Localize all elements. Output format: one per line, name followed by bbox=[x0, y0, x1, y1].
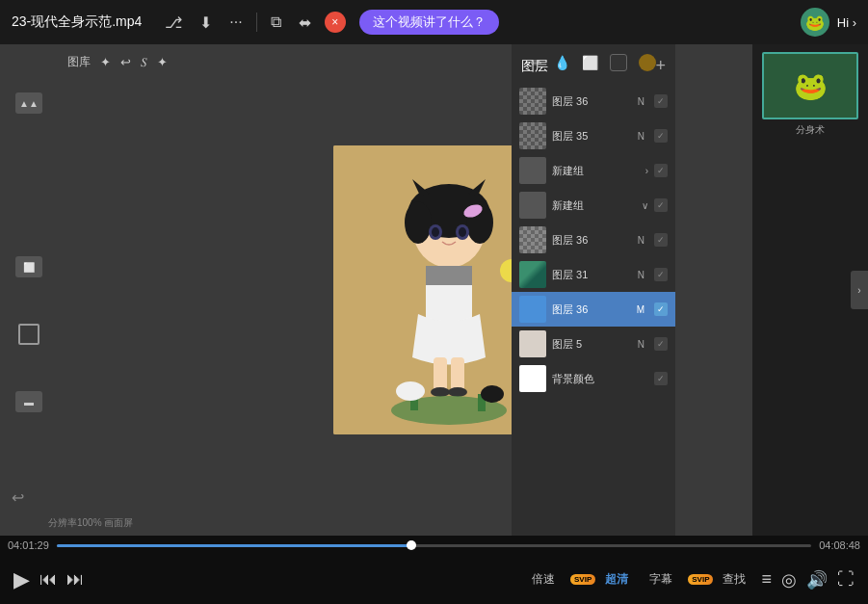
avatar: 🐸 bbox=[801, 8, 829, 37]
layer-item-active[interactable]: 图层 36 M ✓ bbox=[512, 292, 675, 327]
dark-color-swatch[interactable] bbox=[610, 54, 627, 71]
close-icon: × bbox=[331, 15, 338, 29]
canvas-tool-1[interactable]: ✦ bbox=[100, 55, 111, 69]
close-button[interactable]: × bbox=[325, 12, 346, 33]
controls-row: ▶ ⏮ ⏭ 倍速 SVIP 超清 字幕 SVIP 查找 ≡ ◎ 🔊 ⛶ bbox=[0, 555, 868, 604]
layer-mode: N bbox=[638, 235, 644, 246]
svg-point-24 bbox=[481, 385, 504, 403]
left-toolbar: ▲▲ ⬜ ▬ bbox=[10, 44, 48, 536]
volume-button[interactable]: 🔊 bbox=[806, 569, 828, 591]
playlist-button[interactable]: ≡ bbox=[761, 569, 772, 590]
shrink-icon[interactable]: ⬌ bbox=[299, 13, 311, 32]
drawing-tools: ✏ 💧 ⬜ bbox=[531, 54, 656, 71]
layer-mode: N bbox=[638, 96, 644, 107]
svg-rect-12 bbox=[426, 266, 472, 285]
share-icon[interactable]: ⎇ bbox=[165, 13, 182, 32]
library-label: 图库 bbox=[67, 54, 91, 70]
scroll-down-btn[interactable]: ▬ bbox=[15, 391, 42, 412]
divider bbox=[256, 13, 257, 32]
layer-item[interactable]: 图层 35 N ✓ bbox=[512, 118, 675, 153]
user-avatar-area[interactable]: 🐸 Hi › bbox=[801, 8, 856, 37]
volume-icon: 🔊 bbox=[806, 569, 828, 591]
brown-color-swatch[interactable] bbox=[639, 54, 656, 71]
progress-bar[interactable] bbox=[57, 544, 811, 547]
download-icon[interactable]: ⬇ bbox=[199, 13, 212, 32]
layer-thumb bbox=[519, 192, 546, 219]
layer-item[interactable]: 新建组 ∨ ✓ bbox=[512, 188, 675, 223]
play-button[interactable]: ▶ bbox=[13, 567, 30, 592]
svg-rect-13 bbox=[434, 357, 447, 391]
eyedropper-icon[interactable]: 💧 bbox=[554, 55, 570, 70]
layer-name: 图层 36 bbox=[552, 233, 632, 248]
next-button[interactable]: ⏭ bbox=[66, 569, 84, 590]
layer-visibility[interactable]: ✓ bbox=[654, 198, 668, 212]
fullscreen-button[interactable]: ⛶ bbox=[837, 569, 855, 590]
layer-name: 图层 5 bbox=[552, 337, 632, 352]
svg-point-23 bbox=[396, 381, 425, 401]
top-bar-mid: ⧉ ⬌ bbox=[271, 13, 311, 32]
video-canvas: 图库 ✦ ↩ 𝑆 ✦ ✏ 💧 ⬜ ▲▲ ⬜ ▬ bbox=[0, 44, 868, 536]
layer-mode: N bbox=[638, 339, 644, 350]
layer-visibility[interactable]: ✓ bbox=[654, 302, 668, 316]
layer-visibility[interactable]: ✓ bbox=[654, 337, 668, 351]
svip-badge2: SVIP bbox=[688, 574, 713, 585]
layer-collapse[interactable]: ∨ bbox=[642, 200, 648, 211]
layer-visibility[interactable]: ✓ bbox=[654, 372, 668, 385]
time-total: 04:08:48 bbox=[819, 539, 860, 551]
settings-button[interactable]: ◎ bbox=[781, 569, 797, 591]
time-elapsed: 04:01:29 bbox=[8, 539, 49, 551]
more-icon[interactable]: ··· bbox=[229, 13, 242, 31]
thumbnail-preview: 🐸 bbox=[762, 52, 858, 119]
layers-panel: 图层 + 图层 36 N ✓ 图层 35 N ✓ 新建组 › ✓ 新建组 ∨ ✓ bbox=[512, 44, 675, 536]
ai-button[interactable]: 这个视频讲了什么？ bbox=[359, 10, 499, 35]
top-bar-icons: ⎇ ⬇ ··· bbox=[165, 13, 242, 32]
search-button[interactable]: 查找 bbox=[717, 569, 751, 590]
thumb-avatar: 🐸 bbox=[794, 70, 828, 102]
canvas-tool-3[interactable]: 𝑆 bbox=[141, 55, 147, 70]
layer-item[interactable]: 背景颜色 ✓ bbox=[512, 361, 675, 396]
canvas-tool-4[interactable]: ✦ bbox=[157, 55, 168, 69]
layer-name: 图层 36 bbox=[552, 302, 631, 317]
layer-visibility[interactable]: ✓ bbox=[654, 268, 668, 281]
layer-thumb bbox=[519, 330, 546, 357]
svg-point-3 bbox=[405, 201, 432, 244]
selection-btn[interactable] bbox=[18, 324, 39, 345]
layer-thumb bbox=[519, 365, 546, 392]
video-title: 23-现代全身示范.mp4 bbox=[12, 13, 142, 31]
layer-expand[interactable]: › bbox=[645, 166, 648, 176]
subtitle-button[interactable]: 字幕 bbox=[644, 569, 678, 590]
layer-visibility[interactable]: ✓ bbox=[654, 94, 668, 108]
thumb-label: 分身术 bbox=[796, 123, 825, 137]
layer-visibility[interactable]: ✓ bbox=[654, 164, 668, 177]
speed-button[interactable]: 倍速 bbox=[526, 569, 561, 590]
canvas-bottom-label: 分辨率100% 画面屏 bbox=[48, 516, 133, 530]
progress-thumb bbox=[407, 540, 416, 550]
eraser-icon[interactable]: ⬜ bbox=[582, 55, 598, 70]
layer-visibility[interactable]: ✓ bbox=[654, 129, 668, 143]
scroll-up-btn[interactable]: ▲▲ bbox=[15, 92, 42, 114]
prev-button[interactable]: ⏮ bbox=[39, 569, 57, 590]
layer-item[interactable]: 图层 5 N ✓ bbox=[512, 327, 675, 361]
layer-name: 新建组 bbox=[552, 164, 640, 178]
progress-fill bbox=[57, 544, 411, 547]
quality-group: SVIP 超清 bbox=[570, 569, 634, 590]
zoom-btn[interactable]: ⬜ bbox=[15, 256, 42, 277]
svg-point-15 bbox=[431, 387, 450, 397]
pencil-icon[interactable]: ✏ bbox=[531, 55, 542, 70]
layer-item[interactable]: 图层 36 N ✓ bbox=[512, 223, 675, 257]
fullscreen-icon: ⛶ bbox=[837, 569, 855, 590]
svg-point-9 bbox=[432, 227, 439, 237]
layer-item[interactable]: 图层 36 N ✓ bbox=[512, 84, 675, 118]
right-panel-toggle[interactable]: › bbox=[851, 271, 868, 309]
pip-icon[interactable]: ⧉ bbox=[271, 13, 281, 31]
layer-item[interactable]: 新建组 › ✓ bbox=[512, 153, 675, 188]
layers-add-button[interactable]: + bbox=[655, 56, 666, 76]
swip-badge: SVIP bbox=[570, 574, 595, 585]
layer-visibility[interactable]: ✓ bbox=[654, 233, 668, 247]
layer-thumb bbox=[519, 88, 546, 115]
layer-thumb bbox=[519, 122, 546, 149]
settings-icon: ◎ bbox=[781, 569, 797, 591]
layer-item[interactable]: 图层 31 N ✓ bbox=[512, 257, 675, 292]
canvas-tool-2[interactable]: ↩ bbox=[120, 55, 131, 69]
quality-button[interactable]: 超清 bbox=[599, 569, 634, 590]
